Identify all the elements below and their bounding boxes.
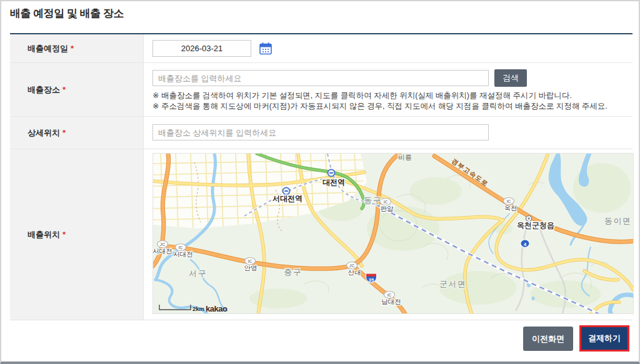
label-text: 배출예정일 (28, 43, 68, 54)
row-discharge-map: 배출위치 * (10, 149, 632, 320)
page-title: 배출 예정일 및 배출 장소 (10, 6, 124, 21)
label-discharge-location: 배출위치 * (10, 149, 144, 320)
svg-text:옥천: 옥천 (504, 204, 518, 212)
svg-text:IC: IC (248, 259, 252, 263)
district-seogu: 서구 (189, 269, 208, 278)
place-notes: ※ 배출장소를 검색하여 위치가 기본 설정되면, 지도를 클릭하여 자세한 위… (152, 91, 608, 112)
svg-text:IC: IC (179, 245, 183, 250)
place-search-input[interactable] (152, 70, 489, 86)
svg-text:IC: IC (388, 293, 392, 297)
label-discharge-date: 배출예정일 * (10, 34, 144, 62)
label-detail-location: 상세위치 * (10, 117, 144, 149)
svg-text:JC: JC (160, 242, 166, 247)
interchange-anyeong-ic: IC 안영 (244, 258, 258, 272)
page: 배출 예정일 및 배출 장소 배출예정일 * (0, 0, 640, 364)
station-daejeon-label: 대전역 (322, 178, 345, 187)
district-gunseo: 군서면 (439, 280, 467, 288)
note-line: ※ 배출장소를 검색하여 위치가 기본 설정되면, 지도를 클릭하여 자세한 위… (152, 91, 608, 101)
svg-text:IC: IC (507, 199, 511, 204)
pay-button[interactable]: 결제하기 (579, 325, 629, 352)
note-line: ※ 주소검색을 통해 지도상에 마커(지점)가 자동표시되지 않은 경우, 직접… (152, 101, 608, 112)
row-discharge-date: 배출예정일 * (10, 34, 632, 63)
hood-biryong: 비룡 (398, 154, 412, 161)
svg-text:산내: 산내 (348, 268, 361, 276)
label-discharge-place: 배출장소 * (10, 63, 144, 116)
calendar-icon-svg (259, 42, 272, 56)
svg-text:안영: 안영 (244, 264, 258, 272)
label-text: 상세위치 (28, 127, 60, 139)
form-table: 배출예정일 * (10, 33, 632, 320)
row-detail-location: 상세위치 * (10, 117, 632, 149)
row-discharge-place: 배출장소 * 검색 ※ 배출장소를 검색하여 위치가 기본 설정되면, 지도를 … (10, 63, 632, 117)
route-shield-4: 4 (521, 240, 529, 248)
map-canvas: 경부고속도로 35 4 (153, 154, 633, 313)
shield-35-number: 35 (369, 277, 374, 283)
svg-text:서대전: 서대전 (173, 250, 193, 258)
value-discharge-map: 경부고속도로 35 4 (144, 149, 632, 320)
discharge-date-input[interactable] (152, 40, 251, 57)
search-button[interactable]: 검색 (494, 69, 527, 87)
svg-text:남대전: 남대전 (381, 298, 401, 305)
label-text: 배출위치 (28, 229, 60, 240)
value-discharge-place: 검색 ※ 배출장소를 검색하여 위치가 기본 설정되면, 지도를 클릭하여 자세… (144, 63, 632, 116)
district-donggu: 동구 (364, 196, 382, 205)
required-mark: * (62, 85, 66, 94)
required-mark: * (62, 230, 66, 239)
svg-text:서대전: 서대전 (153, 247, 172, 255)
poi-label: 옥천군청읍 (517, 221, 554, 230)
shield-4-number: 4 (524, 242, 527, 247)
label-text: 배출장소 (28, 84, 60, 96)
kakao-map[interactable]: 경부고속도로 35 4 (152, 153, 634, 314)
required-mark: * (71, 44, 74, 53)
station-seodaejeon-label: 서대전역 (272, 194, 302, 203)
calendar-icon[interactable] (259, 42, 272, 56)
district-dongi: 동이면 (604, 217, 632, 225)
value-detail-location (144, 117, 632, 149)
scale-label: 2km (192, 305, 204, 312)
svg-text:IC: IC (384, 200, 388, 204)
previous-screen-button[interactable]: 이전화면 (523, 327, 573, 351)
district-junggu: 중구 (284, 268, 302, 277)
svg-text:판암: 판암 (381, 205, 394, 212)
kakao-logo: kakao (206, 304, 228, 313)
value-discharge-date (144, 34, 632, 62)
detail-location-input[interactable] (152, 124, 489, 140)
svg-text:JC: JC (349, 263, 355, 268)
required-mark: * (62, 128, 66, 137)
